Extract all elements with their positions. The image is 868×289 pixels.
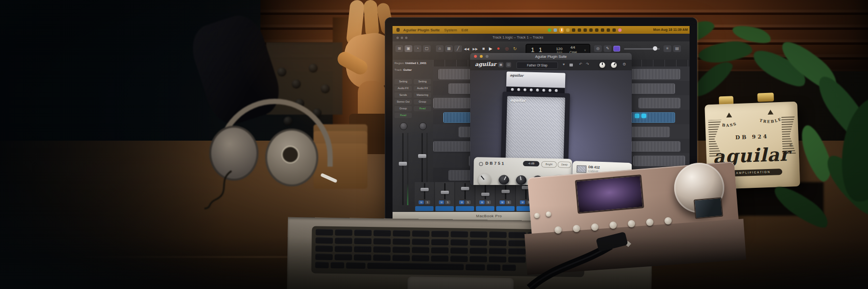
stop-button[interactable]: ■ [482, 46, 485, 51]
search-icon[interactable] [612, 28, 616, 32]
favorite-icon[interactable]: ♥ [563, 63, 565, 66]
cycle-button[interactable]: ↻ [513, 46, 517, 51]
region-value[interactable]: Untitled 1_2#01 [405, 62, 426, 65]
channel-strip-slot[interactable]: Setting [414, 79, 431, 84]
mixer-icon[interactable]: ▦ [445, 45, 453, 52]
play-button[interactable]: ▶ [489, 46, 492, 51]
control-center-icon[interactable] [595, 28, 598, 32]
channel-strip-slot[interactable]: Group [414, 99, 431, 105]
mixer-strip[interactable]: MS [415, 182, 434, 212]
mute-button[interactable]: M [439, 200, 444, 204]
fader-cap[interactable] [481, 193, 489, 196]
mute-button[interactable]: M [419, 200, 424, 204]
laptop-key [373, 246, 391, 253]
pan-knob[interactable] [419, 122, 427, 130]
pencil-icon[interactable]: ✎ [604, 45, 611, 52]
forward-button[interactable]: ▶▶ [473, 47, 478, 51]
mic-active-icon[interactable] [559, 27, 564, 33]
track-name-label[interactable] [435, 206, 454, 211]
menu-item-system[interactable]: System [444, 28, 457, 32]
solo-button[interactable]: S [465, 200, 471, 204]
wifi-icon[interactable] [601, 28, 604, 32]
list-editors-icon[interactable]: ▢ [423, 45, 431, 52]
channel-fader-cap[interactable] [399, 162, 407, 166]
fader-cap[interactable] [420, 188, 429, 191]
avatar-icon[interactable] [618, 28, 622, 32]
rewind-button[interactable]: ◀◀ [464, 47, 469, 51]
lock-icon[interactable] [570, 64, 573, 66]
window-zoom-icon[interactable] [405, 37, 407, 39]
channel-strip-slot[interactable]: Sends [394, 92, 412, 98]
track-name-label[interactable] [456, 206, 474, 211]
cpu-badge[interactable] [613, 46, 620, 52]
track-name-label[interactable] [476, 206, 494, 211]
list-icon[interactable]: ≡ [664, 45, 671, 52]
fader-cap[interactable] [461, 187, 469, 190]
preset-browser-icon[interactable]: ◫ [506, 62, 511, 67]
channel-strip-slot[interactable]: Group [394, 106, 412, 111]
pencil-icon[interactable]: ╱ [454, 45, 462, 52]
window-close-icon[interactable] [396, 37, 399, 39]
solo-button[interactable]: S [486, 200, 491, 204]
channel-strip-slot[interactable]: Read [414, 106, 431, 111]
mute-button[interactable]: M [479, 200, 485, 204]
mixer-strip[interactable]: MS [455, 182, 475, 212]
channel-strip-slot[interactable]: Read [394, 113, 412, 118]
fader-cap[interactable] [441, 191, 449, 194]
lcd-chevron-icon[interactable]: ∨ [584, 48, 586, 52]
library-icon[interactable]: ⊞ [395, 45, 403, 52]
channel-fader-cap[interactable] [418, 154, 426, 158]
menu-item-edit[interactable]: Edit [461, 28, 468, 32]
solo-button[interactable]: S [425, 200, 430, 204]
mute-button[interactable]: M [459, 200, 464, 204]
track-name-label[interactable] [415, 206, 434, 211]
menu-app-name[interactable]: Aguilar Plugin Suite [403, 28, 440, 32]
pedal-knob-right-label: TREBLE [759, 116, 783, 124]
redo-icon[interactable]: ↷ [586, 62, 589, 66]
record-icon[interactable] [583, 28, 587, 32]
pan-knob[interactable] [400, 122, 407, 130]
channel-strip-slot[interactable]: Stereo Out [394, 99, 412, 105]
undo-icon[interactable]: ↶ [579, 62, 583, 66]
apple-icon[interactable] [396, 28, 400, 32]
battery-icon[interactable] [607, 28, 610, 32]
laptop-key [450, 255, 468, 262]
solo-button[interactable]: S [445, 200, 450, 204]
channel-strip-slot[interactable]: Mastering [414, 92, 431, 98]
channel-strip-slot[interactable]: Audio FX [394, 86, 412, 91]
settings-gear-icon[interactable]: ⚙ [623, 62, 626, 66]
preset-prev-icon[interactable]: ▦ [498, 62, 503, 67]
screen-share-icon[interactable] [548, 28, 551, 32]
channel-strip-slot[interactable]: Audio FX [414, 86, 431, 91]
mixer-strip[interactable]: MS [435, 182, 454, 212]
track-name-label[interactable] [496, 206, 515, 211]
gain-knob[interactable] [478, 173, 491, 185]
channel-strip-slot[interactable]: Setting [394, 79, 412, 84]
mute-button[interactable]: M [500, 200, 505, 204]
logic-titlebar: Track 1.logic – Track 1 – Tracks [393, 34, 690, 42]
mixer-strip[interactable]: MS [496, 182, 515, 212]
input-level-knob[interactable] [599, 62, 605, 68]
capture-button[interactable]: ◎ [505, 46, 509, 51]
camera-icon[interactable] [554, 28, 557, 32]
speaker-icon[interactable] [589, 28, 593, 32]
track-value[interactable]: Guitar [403, 68, 412, 71]
solo-button[interactable]: S [506, 200, 511, 204]
home-icon[interactable] [578, 28, 581, 32]
quick-help-icon[interactable]: ◔ [414, 45, 421, 52]
preset-selector[interactable]: Father Of Slap [516, 62, 558, 69]
clock-icon[interactable] [572, 28, 575, 32]
box-icon[interactable] [566, 28, 570, 32]
volume-slider-knob[interactable] [653, 46, 657, 51]
treble-knob[interactable] [499, 175, 509, 185]
mixer-strip[interactable]: MS [475, 182, 495, 212]
output-level-knob[interactable] [611, 62, 617, 68]
pin-icon[interactable]: ◎ [594, 45, 602, 52]
menu-clock[interactable]: Mon Aug 18 11:39 AM [653, 28, 688, 31]
fader-cap[interactable] [502, 190, 510, 193]
home-icon[interactable]: ⌂ [436, 45, 444, 52]
inspector-icon[interactable]: ▣ [405, 45, 412, 52]
browser-icon[interactable]: ▤ [673, 45, 681, 52]
record-button[interactable]: ● [497, 45, 500, 51]
window-min-icon[interactable] [401, 37, 403, 39]
